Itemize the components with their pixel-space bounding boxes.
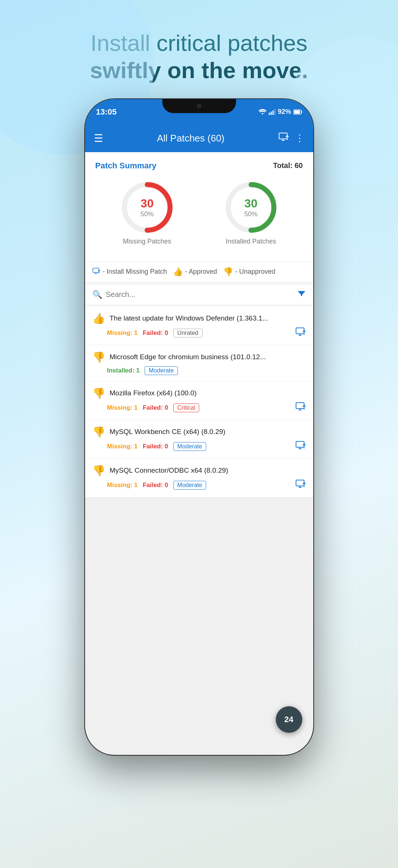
svg-rect-15 (93, 268, 99, 273)
page-wrapper: Install critical patches swiftly on the … (0, 0, 398, 868)
patch-item-top-1: 👍 The latest update for Windows Defender… (92, 312, 306, 325)
legend-monitor-icon (92, 267, 101, 277)
app-bar-actions: ⋮ (279, 133, 304, 144)
monitor-icon[interactable] (279, 133, 289, 144)
svg-rect-6 (294, 110, 300, 113)
patch-item-bottom-4: Missing: 1 Failed: 0 Moderate (92, 441, 306, 452)
patch-item-bottom-1: Missing: 1 Failed: 0 Unrated (92, 328, 306, 339)
legend-unapproved-label: - Unapproved (235, 268, 275, 276)
notch (162, 99, 236, 113)
patch-summary-card: Patch Summary Total: 60 (85, 152, 313, 262)
svg-rect-0 (269, 113, 270, 115)
thumb-up-icon-1: 👍 (92, 312, 105, 325)
patch-name-1: The latest update for Windows Defender (… (110, 314, 306, 322)
legend-unapproved: 👎 - Unapproved (223, 267, 275, 277)
installed-count: 30 (244, 197, 257, 210)
failed-status-1: Failed: 0 (143, 329, 168, 337)
search-bar: 🔍 (85, 285, 313, 305)
more-options-icon[interactable]: ⋮ (295, 133, 304, 144)
svg-rect-5 (301, 111, 302, 113)
search-input[interactable] (106, 290, 297, 299)
phone-shell: 13:05 92% (85, 99, 313, 755)
signal-icon (269, 109, 275, 115)
missing-percent: 50% (140, 210, 154, 218)
missing-status-3: Missing: 1 (107, 404, 138, 412)
install-button-1[interactable] (296, 328, 306, 339)
missing-status-5: Missing: 1 (107, 482, 138, 489)
legend-thumb-up-icon: 👍 (173, 267, 183, 277)
thumb-down-icon-4: 👎 (92, 426, 105, 438)
patch-name-4: MySQL Workbench CE (x64) (8.0.29) (110, 428, 306, 436)
patch-summary-total: Total: 60 (273, 161, 303, 170)
missing-donut-center: 30 50% (140, 197, 154, 218)
patch-item-5[interactable]: 👎 MySQL Connector/ODBC x64 (8.0.29) Miss… (85, 459, 313, 497)
svg-rect-23 (296, 403, 304, 409)
svg-rect-3 (274, 109, 275, 115)
app-bar: ☰ All Patches (60) ⋮ (85, 125, 313, 152)
severity-badge-4: Moderate (173, 442, 207, 451)
installed-donut-center: 30 50% (244, 197, 257, 218)
fab-label: 24 (284, 715, 293, 724)
missing-patches-chart: 30 50% Missing Patches (121, 182, 173, 245)
installed-label: Installed Patches (226, 238, 276, 245)
installed-patches-chart: 30 50% Installed Patches (225, 182, 277, 245)
patch-item-top-5: 👎 MySQL Connector/ODBC x64 (8.0.29) (92, 465, 306, 477)
svg-rect-7 (279, 133, 287, 139)
missing-count: 30 (140, 197, 154, 210)
status-bar: 13:05 92% (85, 99, 313, 125)
patch-item-top-2: 👎 Microsoft Edge for chromium business (… (92, 351, 306, 363)
patch-name-2: Microsoft Edge for chromium business (10… (110, 353, 306, 361)
thumb-down-icon-3: 👎 (92, 387, 105, 399)
status-time: 13:05 (96, 107, 117, 117)
app-bar-title: All Patches (60) (157, 133, 225, 144)
status-icons: 92% (258, 108, 302, 116)
patch-item-bottom-2: Installed: 1 Moderate (92, 366, 306, 375)
legend-approved: 👍 - Approved (173, 267, 217, 277)
svg-rect-31 (296, 480, 304, 486)
missing-status-4: Missing: 1 (107, 443, 138, 450)
installed-donut-container: 30 50% (225, 182, 277, 233)
patch-item-bottom-5: Missing: 1 Failed: 0 Moderate (92, 480, 306, 491)
missing-donut-container: 30 50% (121, 182, 173, 233)
search-input-wrapper: 🔍 (92, 290, 297, 300)
legend-install-label: - Install Missing Patch (103, 268, 167, 276)
failed-status-4: Failed: 0 (143, 443, 168, 450)
charts-row: 30 50% Missing Patches (95, 178, 303, 253)
failed-status-5: Failed: 0 (143, 482, 168, 489)
install-button-5[interactable] (296, 480, 306, 491)
svg-rect-19 (296, 328, 304, 334)
thumb-down-icon-2: 👎 (92, 351, 105, 363)
patch-item-bottom-3: Missing: 1 Failed: 0 Critical (92, 402, 306, 414)
phone-screen: 13:05 92% (85, 99, 313, 755)
screen-content: Patch Summary Total: 60 (85, 152, 313, 497)
severity-badge-5: Moderate (173, 481, 207, 490)
severity-badge-1: Unrated (173, 329, 202, 337)
patch-item-4[interactable]: 👎 MySQL Workbench CE (x64) (8.0.29) Miss… (85, 420, 313, 459)
fab-button[interactable]: 24 (276, 706, 302, 733)
svg-rect-1 (271, 112, 272, 115)
missing-status-1: Missing: 1 (107, 329, 138, 337)
install-button-4[interactable] (296, 441, 306, 452)
patch-name-3: Mozilla Firefox (x64) (100.0) (110, 389, 306, 397)
patch-item-2[interactable]: 👎 Microsoft Edge for chromium business (… (85, 345, 313, 381)
svg-rect-27 (296, 441, 304, 447)
installed-percent: 50% (244, 210, 257, 218)
patch-item-top-4: 👎 MySQL Workbench CE (x64) (8.0.29) (92, 426, 306, 438)
installed-status-2: Installed: 1 (107, 367, 140, 374)
failed-status-3: Failed: 0 (143, 404, 168, 412)
patch-item-top-3: 👎 Mozilla Firefox (x64) (100.0) (92, 387, 306, 399)
patch-summary-header: Patch Summary Total: 60 (95, 161, 303, 171)
battery-icon (293, 109, 302, 115)
search-icon: 🔍 (92, 290, 102, 300)
battery-text: 92% (278, 108, 291, 116)
notch-dot (197, 104, 201, 108)
patch-list: 👍 The latest update for Windows Defender… (85, 307, 313, 497)
wifi-icon (258, 109, 267, 115)
patch-item[interactable]: 👍 The latest update for Windows Defender… (85, 307, 313, 345)
hamburger-icon[interactable]: ☰ (94, 132, 103, 144)
filter-icon[interactable] (297, 289, 306, 300)
severity-badge-2: Moderate (145, 366, 178, 375)
install-button-3[interactable] (296, 402, 306, 414)
patch-item-3[interactable]: 👎 Mozilla Firefox (x64) (100.0) Missing:… (85, 381, 313, 420)
legend-thumb-down-icon: 👎 (223, 267, 233, 277)
